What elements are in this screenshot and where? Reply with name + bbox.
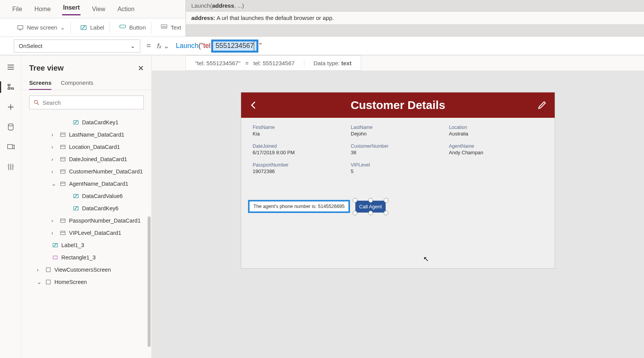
tree-item[interactable]: ›DateJoined_DataCard1 bbox=[21, 153, 151, 165]
svg-point-9 bbox=[10, 168, 12, 169]
form-field: LastNameDejohn bbox=[351, 125, 445, 140]
tree-item[interactable]: Rectangle1_3 bbox=[21, 251, 151, 264]
menu-action[interactable]: Action bbox=[117, 4, 135, 14]
tree-view-icon[interactable] bbox=[7, 83, 15, 91]
app-screen: Customer Details FirstNameKiaLastNameDej… bbox=[241, 92, 555, 269]
formula-input[interactable]: Launch("tel 5551234567" bbox=[172, 37, 644, 55]
field-value: 19072386 bbox=[253, 168, 347, 174]
tree-tabs: Screens Components bbox=[21, 76, 151, 90]
add-icon[interactable] bbox=[7, 103, 15, 111]
selection-handle[interactable] bbox=[368, 211, 373, 215]
edit-icon bbox=[73, 193, 79, 199]
svg-point-10 bbox=[12, 165, 13, 167]
left-rail bbox=[0, 55, 21, 358]
svg-text:Abc: Abc bbox=[162, 25, 167, 28]
selection-handle[interactable] bbox=[384, 198, 388, 203]
tree-item[interactable]: ›ViewCustomersScreen bbox=[21, 264, 151, 276]
svg-rect-31 bbox=[53, 256, 58, 259]
tree-item-label: PassportNumber_DataCard1 bbox=[69, 218, 141, 224]
tree-item[interactable]: ›Location_DataCard1 bbox=[21, 141, 151, 153]
canvas[interactable]: Customer Details FirstNameKiaLastNameDej… bbox=[152, 71, 644, 358]
menu-view[interactable]: View bbox=[91, 4, 106, 14]
insert-label-button[interactable]: Label bbox=[75, 22, 110, 33]
insert-label-text: Label bbox=[90, 24, 104, 31]
tree-item[interactable]: DataCardKey6 bbox=[21, 202, 151, 214]
desc-label: address: bbox=[191, 15, 215, 21]
fx-icon[interactable]: fx ⌄ bbox=[157, 42, 172, 50]
tree-item[interactable]: ⌄AgentName_DataCard1 bbox=[21, 178, 151, 190]
formula-prefix: tel bbox=[203, 42, 210, 50]
desc-text: A url that launches the default browser … bbox=[217, 15, 334, 21]
result-expression: "tel: 5551234567" = tel: 5551234567 bbox=[186, 60, 304, 66]
tree-item[interactable]: ›VIPLevel_DataCard1 bbox=[21, 227, 151, 239]
formula-highlight: 5551234567 bbox=[215, 41, 254, 49]
form-field: PassportNumber19072386 bbox=[253, 162, 347, 177]
chevron-icon[interactable]: ⌄ bbox=[51, 181, 57, 187]
tree-item[interactable]: ›PassportNumber_DataCard1 bbox=[21, 214, 151, 227]
card-icon bbox=[60, 132, 66, 138]
selection-handle[interactable] bbox=[353, 198, 357, 203]
menu-insert[interactable]: Insert bbox=[62, 3, 80, 15]
selection-handle[interactable] bbox=[384, 211, 388, 215]
dtype-value: text bbox=[341, 60, 352, 66]
result-rhs: tel: 5551234567 bbox=[253, 60, 295, 66]
tree-item[interactable]: ⌄HomeScreen bbox=[21, 276, 151, 288]
tree-item[interactable]: ›LastName_DataCard1 bbox=[21, 129, 151, 141]
hamburger-icon[interactable] bbox=[7, 63, 15, 71]
svg-rect-22 bbox=[61, 182, 65, 185]
agent-phone-label-selected[interactable]: The agent's phone number is: 5145526695 bbox=[248, 200, 350, 213]
property-selector[interactable]: OnSelect ⌄ bbox=[14, 40, 140, 53]
chevron-icon[interactable]: › bbox=[51, 132, 57, 138]
chevron-icon[interactable]: › bbox=[51, 230, 57, 236]
svg-rect-0 bbox=[18, 25, 23, 29]
card-icon bbox=[60, 168, 66, 175]
tree-item[interactable]: DataCardKey1 bbox=[21, 116, 151, 129]
chevron-icon[interactable]: › bbox=[51, 156, 57, 162]
menu-home[interactable]: Home bbox=[34, 4, 52, 14]
screen-icon bbox=[45, 279, 51, 285]
media-icon[interactable] bbox=[7, 143, 15, 151]
chevron-icon[interactable]: › bbox=[37, 267, 42, 273]
call-agent-button[interactable]: Call Agent bbox=[355, 201, 386, 213]
tab-screens[interactable]: Screens bbox=[29, 76, 51, 90]
svg-rect-14 bbox=[61, 133, 65, 136]
form-field: VIPLevel5 bbox=[351, 162, 445, 177]
field-value: 6/17/2019 8:00 PM bbox=[253, 150, 347, 155]
tree-search-input[interactable] bbox=[43, 99, 140, 106]
chevron-icon[interactable]: ⌄ bbox=[37, 279, 42, 285]
scrollbar-thumb[interactable] bbox=[148, 216, 151, 347]
chevron-icon[interactable]: › bbox=[51, 144, 57, 150]
tree-item[interactable]: DataCardValue6 bbox=[21, 190, 151, 202]
chevron-icon[interactable]: › bbox=[51, 218, 57, 224]
tree-search[interactable] bbox=[29, 96, 144, 109]
form-field: DateJoined6/17/2019 8:00 PM bbox=[253, 144, 347, 158]
insert-button-button[interactable]: Button bbox=[114, 22, 151, 33]
screen-icon bbox=[45, 267, 51, 273]
back-icon[interactable] bbox=[249, 100, 259, 110]
formula-bar: OnSelect ⌄ = fx ⌄ Launch("tel 5551234567… bbox=[0, 37, 644, 55]
new-screen-button[interactable]: New screen ⌄ bbox=[12, 22, 71, 33]
menu-file[interactable]: File bbox=[12, 4, 23, 14]
tree-item-label: AgentName_DataCard1 bbox=[69, 181, 128, 187]
field-label: Location bbox=[449, 125, 543, 130]
chevron-down-icon: ⌄ bbox=[130, 43, 135, 49]
advanced-icon[interactable] bbox=[7, 163, 15, 171]
card-icon bbox=[60, 218, 66, 224]
screen-icon bbox=[17, 24, 24, 31]
tree-item-label: LastName_DataCard1 bbox=[69, 132, 124, 138]
tree-item[interactable]: ›CustomerNumber_DataCard1 bbox=[21, 165, 151, 178]
data-icon[interactable] bbox=[7, 123, 15, 131]
tree-item[interactable]: Label1_3 bbox=[21, 239, 151, 251]
tree-list[interactable]: DataCardKey1›LastName_DataCard1›Location… bbox=[21, 115, 151, 352]
selection-handle[interactable] bbox=[368, 198, 373, 203]
chevron-icon[interactable]: › bbox=[51, 168, 57, 175]
edit-icon[interactable] bbox=[537, 100, 547, 110]
close-icon[interactable]: ✕ bbox=[138, 64, 144, 73]
tab-components[interactable]: Components bbox=[61, 76, 93, 90]
svg-rect-20 bbox=[61, 170, 65, 173]
svg-point-6 bbox=[8, 124, 13, 126]
svg-point-8 bbox=[8, 165, 9, 167]
selection-handle[interactable] bbox=[353, 211, 357, 215]
edit-icon bbox=[73, 205, 79, 211]
equals-sign: = bbox=[140, 41, 157, 50]
